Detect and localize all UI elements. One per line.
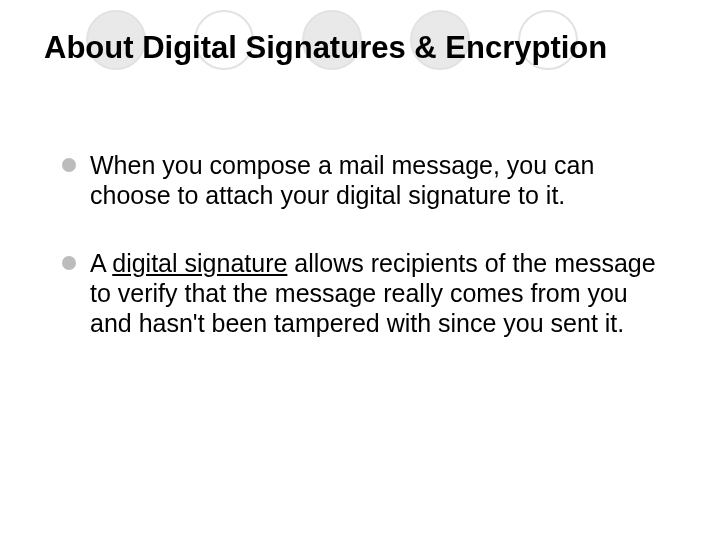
slide-title: About Digital Signatures & Encryption <box>44 30 676 66</box>
bullet-text: When you compose a mail message, you can… <box>90 151 594 209</box>
slide-body: When you compose a mail message, you can… <box>62 150 668 376</box>
bullet-dot-icon <box>62 256 76 270</box>
bullet-item: When you compose a mail message, you can… <box>62 150 668 210</box>
bullet-dot-icon <box>62 158 76 172</box>
bullet-text-pre: A <box>90 249 112 277</box>
bullet-text-underlined: digital signature <box>112 249 287 277</box>
bullet-item: A digital signature allows recipients of… <box>62 248 668 338</box>
